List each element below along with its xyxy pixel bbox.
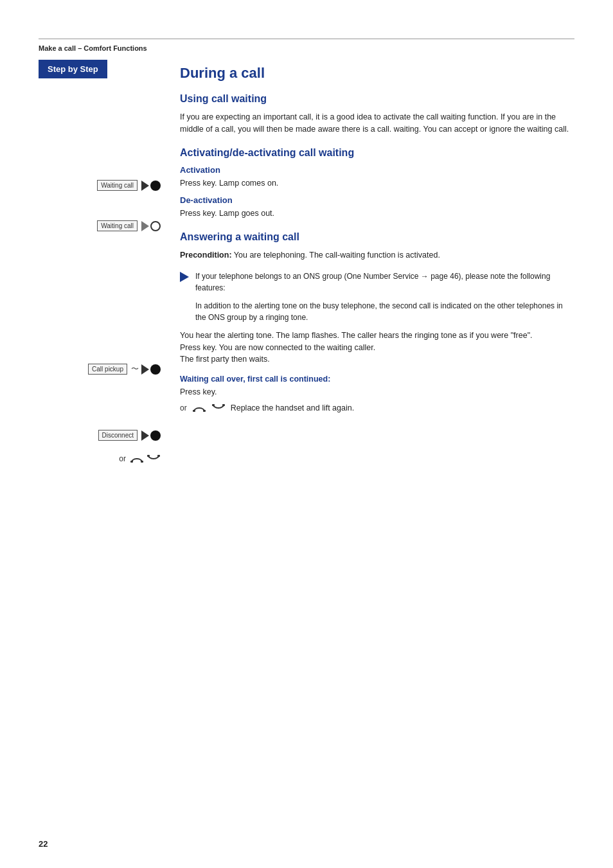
- precondition-text: Precondition: You are telephoning. The c…: [180, 249, 574, 261]
- vibrate-icon: 〜: [131, 364, 138, 375]
- waiting-call-key2-label[interactable]: Waiting call: [97, 220, 138, 231]
- btn-triangle2: [141, 221, 149, 231]
- svg-rect-0: [130, 461, 133, 463]
- info-text2: In addition to the alerting tone on the …: [195, 300, 574, 323]
- handset-down-icon: [130, 454, 144, 464]
- answering-title: Answering a waiting call: [180, 231, 574, 243]
- replace-text: Replace the handset and lift again.: [231, 402, 355, 414]
- svg-rect-1: [141, 461, 143, 463]
- using-call-waiting-body: If you are expecting an important call, …: [180, 111, 574, 136]
- handset-up-icon-main: [211, 403, 226, 413]
- info-text1: If your telephone belongs to an ONS grou…: [195, 270, 574, 294]
- precondition-body: You are telephoning. The call-waiting fu…: [234, 251, 440, 260]
- handset-down-icon-main: [192, 403, 206, 413]
- answering-section: Answering a waiting call Precondition: Y…: [180, 231, 574, 414]
- deactivation-text: Press key. Lamp goes out.: [180, 208, 574, 220]
- deactivation-label: De-activation: [180, 195, 574, 205]
- btn-triangle4: [141, 430, 149, 441]
- btn-circle2: [150, 221, 161, 231]
- svg-rect-7: [222, 404, 225, 406]
- using-call-waiting-section: Using call waiting If you are expecting …: [180, 93, 574, 136]
- svg-rect-2: [147, 455, 150, 457]
- disconnect-key-btn[interactable]: [141, 430, 161, 441]
- page-title: During a call: [180, 65, 574, 82]
- step-by-step-box: Step by Step: [39, 60, 107, 78]
- activation-label: Activation: [180, 165, 574, 175]
- deactivation-key-btn[interactable]: [141, 221, 161, 231]
- btn-circle3: [150, 364, 161, 375]
- header-rule: [39, 39, 574, 39]
- activation-key-btn[interactable]: [141, 181, 161, 191]
- spacer2: [39, 202, 167, 209]
- arrow-right-icon1: [180, 272, 189, 282]
- pickup-text: You hear the alerting tone. The lamp fla…: [180, 330, 574, 366]
- or-text: or: [119, 454, 126, 463]
- layout: Step by Step Waiting call Waiting call: [39, 60, 574, 464]
- svg-rect-3: [157, 455, 160, 457]
- spacer1: [39, 91, 167, 168]
- btn-circle4: [150, 430, 161, 441]
- call-pickup-key-btn[interactable]: [141, 364, 161, 375]
- disconnect-text: Press key.: [180, 386, 574, 398]
- svg-rect-6: [212, 404, 215, 406]
- handset-up-icon: [147, 454, 161, 464]
- svg-rect-5: [203, 410, 206, 412]
- sidebar: Step by Step Waiting call Waiting call: [39, 60, 167, 464]
- sidebar-content: Waiting call Waiting call: [39, 78, 167, 464]
- disconnect-key-label[interactable]: Disconnect: [98, 430, 138, 441]
- or-replace-row: or Replace the handset and lift again.: [180, 402, 574, 414]
- btn-circle1: [150, 181, 161, 191]
- info-box2: In addition to the alerting tone on the …: [195, 300, 574, 323]
- disconnect-row: Disconnect: [39, 430, 167, 441]
- svg-rect-4: [193, 410, 195, 412]
- page-number: 22: [39, 839, 48, 849]
- btn-triangle1: [141, 181, 149, 191]
- handset-icons: [130, 454, 161, 464]
- or-row: or: [39, 454, 167, 464]
- main-content: During a call Using call waiting If you …: [167, 60, 574, 464]
- or-text-main: or: [180, 403, 187, 412]
- info-box1: If your telephone belongs to an ONS grou…: [180, 270, 574, 294]
- breadcrumb: Make a call – Comfort Functions: [39, 44, 574, 52]
- info-arrow1: [180, 270, 189, 294]
- activating-title: Activating/de-activating call waiting: [180, 147, 574, 159]
- spacer3: [39, 243, 167, 352]
- btn-triangle3: [141, 364, 149, 375]
- deactivation-key-row: Waiting call: [39, 220, 167, 231]
- waiting-call-key1-label[interactable]: Waiting call: [97, 180, 138, 191]
- waiting-call-over-label: Waiting call over, first call is continu…: [180, 375, 574, 384]
- call-pickup-row: Call pickup 〜: [39, 364, 167, 375]
- activation-text: Press key. Lamp comes on.: [180, 177, 574, 190]
- activating-section: Activating/de-activating call waiting Ac…: [180, 147, 574, 220]
- spacer4: [39, 386, 167, 418]
- activation-key-row: Waiting call: [39, 180, 167, 191]
- call-pickup-key-label[interactable]: Call pickup: [88, 364, 127, 375]
- page: Make a call – Comfort Functions Step by …: [0, 0, 613, 868]
- precondition-label: Precondition:: [180, 251, 232, 260]
- using-call-waiting-title: Using call waiting: [180, 93, 574, 105]
